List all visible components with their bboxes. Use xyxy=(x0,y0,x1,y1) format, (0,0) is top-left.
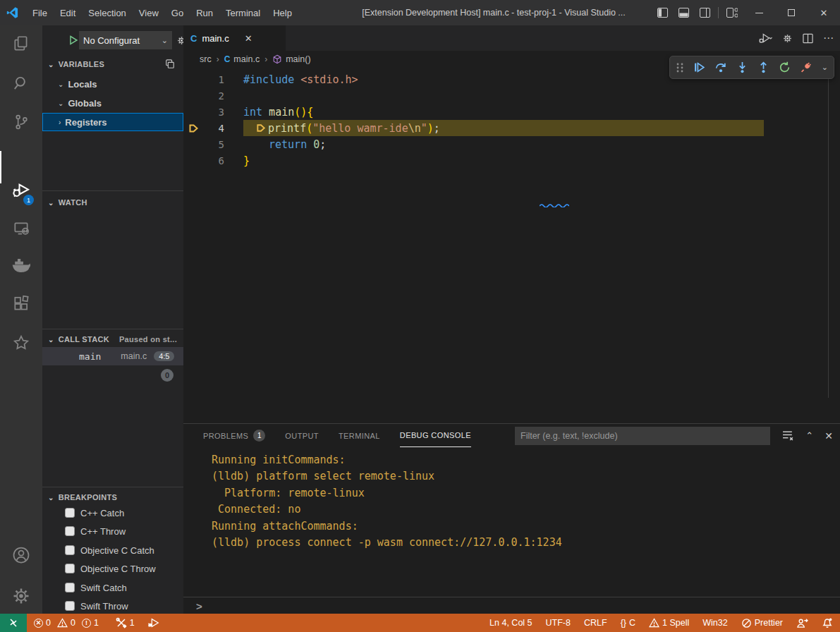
split-editor-icon[interactable] xyxy=(803,33,813,44)
code-editor[interactable]: 1 #include <stdio.h> 2 3 int main(){ 4 p… xyxy=(183,68,840,449)
tab-main-c[interactable]: C main.c ✕ xyxy=(183,25,286,51)
menu-go[interactable]: Go xyxy=(165,0,190,25)
editor-settings-gear-icon[interactable] xyxy=(782,33,793,44)
debug-status[interactable] xyxy=(147,617,160,628)
remote-explorer-icon[interactable] xyxy=(0,212,42,245)
remote-indicator[interactable] xyxy=(0,614,27,632)
star-extension-icon[interactable] xyxy=(0,326,42,360)
run-or-debug-icon[interactable] xyxy=(758,32,772,44)
encoding[interactable]: UTF-8 xyxy=(546,618,571,628)
accounts-icon[interactable] xyxy=(0,538,42,572)
chevron-down-icon[interactable]: ⌄ xyxy=(822,63,828,72)
extensions-icon[interactable] xyxy=(0,287,42,321)
close-button[interactable]: ✕ xyxy=(808,0,840,25)
toggle-secondary-sidebar-icon[interactable] xyxy=(694,0,715,25)
checkbox-unchecked[interactable] xyxy=(65,526,75,536)
docker-icon[interactable] xyxy=(0,248,42,282)
formatter-status[interactable]: Prettier xyxy=(741,618,783,628)
feedback-status[interactable] xyxy=(796,618,808,628)
breadcrumb-file[interactable]: main.c xyxy=(233,54,260,64)
scope-globals[interactable]: ⌄ Globals xyxy=(42,94,183,112)
menu-help[interactable]: Help xyxy=(267,0,298,25)
tab-output[interactable]: OUTPUT xyxy=(285,424,319,447)
launch-configuration-dropdown[interactable]: No Configurat ⌄ xyxy=(79,31,172,49)
restart-icon[interactable] xyxy=(779,61,791,73)
step-over-icon[interactable] xyxy=(714,61,727,73)
cursor-position[interactable]: Ln 4, Col 5 xyxy=(489,618,532,628)
breadcrumb-folder[interactable]: src xyxy=(200,54,212,64)
breakpoint-cpp-catch[interactable]: C++ Catch xyxy=(42,504,183,522)
problems-status[interactable]: ✕ 0 0 ! 1 xyxy=(34,618,99,628)
debug-console-output[interactable]: Running initCommands:(lldb) platform sel… xyxy=(183,452,840,573)
eol-sequence[interactable]: CRLF xyxy=(584,618,607,628)
breakpoint-swift-throw[interactable]: Swift Throw xyxy=(42,597,183,614)
menu-edit[interactable]: Edit xyxy=(54,0,82,25)
checkbox-unchecked[interactable] xyxy=(65,545,75,555)
spell-checker-status[interactable]: 1 Spell xyxy=(649,618,689,628)
source-control-icon[interactable] xyxy=(0,105,42,139)
checkbox-unchecked[interactable] xyxy=(65,508,75,518)
line-number[interactable]: 5 xyxy=(205,139,224,150)
clear-console-icon[interactable] xyxy=(782,430,794,441)
breakpoint-cpp-throw[interactable]: C++ Throw xyxy=(42,522,183,540)
breakpoints-section-header[interactable]: ⌄ BREAKPOINTS xyxy=(42,490,183,505)
line-number[interactable]: 2 xyxy=(205,90,224,102)
copy-icon[interactable] xyxy=(165,59,175,69)
checkbox-unchecked[interactable] xyxy=(65,583,75,592)
run-and-debug-icon[interactable]: 1 xyxy=(0,172,42,206)
maximize-panel-icon[interactable]: ⌃ xyxy=(805,430,813,441)
debug-console-input[interactable]: > xyxy=(183,597,840,614)
more-actions-icon[interactable]: ⋯ xyxy=(823,32,834,44)
start-debugging-icon[interactable] xyxy=(68,35,79,46)
thread-row[interactable]: 0 xyxy=(42,366,183,384)
tab-close-icon[interactable]: ✕ xyxy=(245,33,252,44)
disconnect-icon[interactable] xyxy=(800,61,812,73)
checkbox-unchecked[interactable] xyxy=(65,564,75,573)
notifications-bell[interactable] xyxy=(822,617,833,628)
breakpoint-objc-throw[interactable]: Objective C Throw xyxy=(42,559,183,578)
line-number[interactable]: 6 xyxy=(205,155,224,166)
tools-status[interactable]: 1 xyxy=(116,617,135,628)
menu-run[interactable]: Run xyxy=(190,0,219,25)
language-mode[interactable]: {} C xyxy=(621,618,635,628)
editor-scrollbar[interactable] xyxy=(828,73,829,398)
line-number[interactable]: 1 xyxy=(205,74,224,85)
continue-icon[interactable] xyxy=(693,61,705,73)
breadcrumb-symbol[interactable]: main() xyxy=(286,54,310,64)
step-into-icon[interactable] xyxy=(736,61,748,73)
menu-selection[interactable]: Selection xyxy=(82,0,132,25)
close-panel-icon[interactable]: ✕ xyxy=(824,430,833,442)
minimize-button[interactable] xyxy=(743,0,775,25)
toggle-panel-icon[interactable] xyxy=(673,0,694,25)
checkbox-unchecked[interactable] xyxy=(65,601,75,611)
stack-frame-row[interactable]: main main.c 4:5 xyxy=(42,347,183,365)
platform-status[interactable]: Win32 xyxy=(702,618,727,628)
console-filter-input[interactable]: Filter (e.g. text, !exclude) xyxy=(515,427,770,445)
section-divider xyxy=(42,190,183,191)
line-number-current[interactable]: 4 xyxy=(205,123,224,134)
breakpoint-swift-catch[interactable]: Swift Catch xyxy=(42,578,183,597)
settings-gear-icon[interactable] xyxy=(0,579,42,613)
drag-handle-icon[interactable] xyxy=(676,62,684,73)
step-out-icon[interactable] xyxy=(757,61,769,73)
search-icon[interactable] xyxy=(0,66,42,100)
tab-debug-console[interactable]: DEBUG CONSOLE xyxy=(400,424,471,447)
menu-terminal[interactable]: Terminal xyxy=(219,0,267,25)
menu-file[interactable]: File xyxy=(26,0,54,25)
scope-locals[interactable]: ⌄ Locals xyxy=(42,75,183,93)
watch-section-header[interactable]: ⌄ WATCH xyxy=(42,195,183,210)
callstack-section-header[interactable]: ⌄ CALL STACK Paused on st... xyxy=(42,332,183,347)
tab-terminal[interactable]: TERMINAL xyxy=(339,424,380,447)
customize-layout-icon[interactable] xyxy=(722,0,743,25)
line-number[interactable]: 3 xyxy=(205,107,224,118)
debug-current-step-icon[interactable] xyxy=(188,123,200,134)
variables-section-header[interactable]: ⌄ VARIABLES xyxy=(42,56,183,72)
toggle-sidebar-icon[interactable] xyxy=(652,0,673,25)
tab-problems[interactable]: PROBLEMS 1 xyxy=(203,424,265,447)
scope-registers[interactable]: › Registers xyxy=(42,113,183,131)
breakpoint-objc-catch[interactable]: Objective C Catch xyxy=(42,541,183,559)
explorer-icon[interactable] xyxy=(0,27,42,61)
launch-settings-gear-icon[interactable] xyxy=(176,35,183,46)
menu-view[interactable]: View xyxy=(133,0,165,25)
maximize-button[interactable] xyxy=(775,0,808,25)
